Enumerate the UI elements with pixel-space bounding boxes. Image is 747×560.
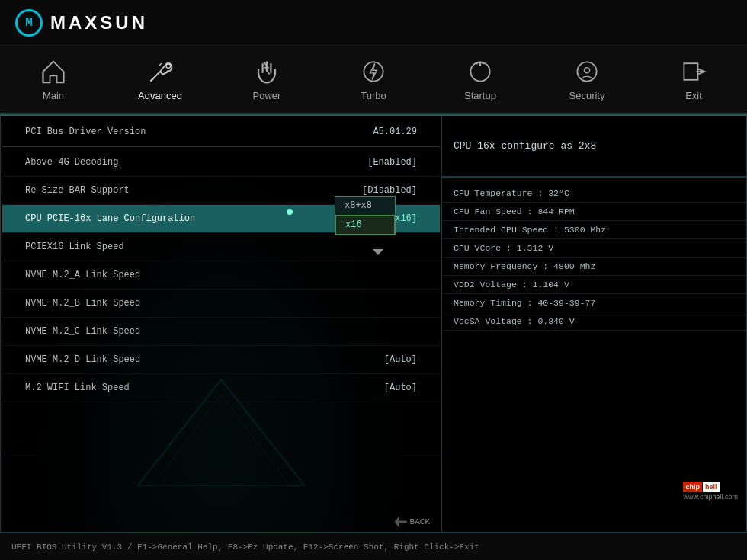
nav-item-power[interactable]: Power: [229, 52, 305, 107]
table-row[interactable]: M.2 WIFI Link Speed [Auto]: [2, 374, 440, 402]
row-value-nvme-m2c: [406, 328, 428, 335]
row-value-nvme-m2d: [Auto]: [373, 350, 428, 369]
hell-box: hell: [703, 482, 720, 492]
row-value-nvme-m2a: [406, 271, 428, 279]
stat-vdd2: VDD2 Voltage : 1.104 V: [442, 276, 746, 294]
menu-table: PCI Bus Driver Version A5.01.29 Above 4G…: [1, 116, 441, 404]
footer-text: UEFI BIOS Utility V1.3 / F1->General Hel…: [11, 542, 479, 552]
dropdown-popup[interactable]: x8+x8 x16: [335, 196, 396, 235]
stats-section: CPU Temperature : 32°C CPU Fan Speed : 8…: [442, 177, 746, 532]
power-icon: [253, 58, 281, 85]
dropdown-option-x16[interactable]: x16: [335, 215, 395, 235]
table-row[interactable]: Above 4G Decoding [Enabled]: [2, 149, 440, 177]
back-button[interactable]: BACK: [395, 516, 430, 528]
back-icon: [395, 516, 407, 528]
topbar: MAXSUN: [0, 0, 747, 46]
row-label-nvme-m2b: NVME M.2_B Link Speed: [14, 294, 152, 312]
startup-icon: [466, 58, 494, 85]
nav-item-turbo[interactable]: Turbo: [335, 52, 412, 107]
table-row: PCI Bus Driver Version A5.01.29: [2, 117, 440, 147]
nav-label-main: Main: [43, 90, 64, 101]
svg-point-7: [584, 67, 589, 72]
dropdown-selection-dot: [287, 209, 293, 215]
main-content: PCI Bus Driver Version A5.01.29 Above 4G…: [0, 114, 747, 533]
row-label-above4g: Above 4G Decoding: [14, 153, 130, 171]
stat-mem-freq: Memory Frequency : 4800 Mhz: [442, 258, 746, 276]
stat-cpu-temp: CPU Temperature : 32°C: [442, 184, 746, 203]
left-panel: PCI Bus Driver Version A5.01.29 Above 4G…: [0, 114, 442, 533]
svg-rect-8: [684, 63, 697, 80]
table-row[interactable]: NVME M.2_C Link Speed: [2, 318, 440, 346]
row-label-nvme-m2a: NVME M.2_A Link Speed: [14, 266, 152, 284]
table-row[interactable]: NVME M.2_A Link Speed: [2, 261, 440, 290]
row-label-m2-wifi: M.2 WIFI Link Speed: [14, 379, 141, 397]
brand-name: MAXSUN: [50, 12, 148, 34]
nav-label-advanced: Advanced: [138, 90, 182, 101]
row-label-nvme-m2d: NVME M.2_D Link Speed: [14, 350, 152, 369]
nav-label-exit: Exit: [685, 90, 702, 101]
row-value-nvme-m2b: [406, 299, 428, 307]
nav-label-turbo: Turbo: [361, 90, 386, 101]
table-row[interactable]: NVME M.2_B Link Speed: [2, 290, 440, 318]
nav-label-security: Security: [569, 90, 605, 101]
nav-item-advanced[interactable]: Advanced: [122, 52, 198, 107]
back-label: BACK: [410, 517, 430, 526]
chiphell-logo: chip hell www.chiphell.com: [683, 482, 738, 501]
nav-item-exit[interactable]: Exit: [656, 52, 732, 107]
bolt-icon: [360, 58, 387, 85]
chip-box: chip: [683, 482, 702, 492]
brand-logo: MAXSUN: [15, 9, 148, 37]
svg-point-3: [364, 62, 383, 81]
nav-item-main[interactable]: Main: [15, 52, 91, 107]
watermark-url: www.chiphell.com: [683, 493, 738, 501]
svg-point-2: [166, 64, 170, 68]
table-row[interactable]: PCIEX16 Link Speed: [2, 233, 440, 261]
row-label-pci-bus: PCI Bus Driver Version: [14, 122, 157, 142]
stat-cpu-fan: CPU Fan Speed : 844 RPM: [442, 203, 746, 221]
stat-mem-timing: Memory Timing : 40-39-39-77: [442, 294, 746, 312]
dropdown-option-x8x8[interactable]: x8+x8: [335, 197, 395, 215]
stat-cpu-speed: Intended CPU Speed : 5300 Mhz: [442, 221, 746, 239]
stat-vccsa: VccSA Voltage : 0.840 V: [442, 312, 746, 331]
logo-icon: [15, 9, 43, 37]
home-icon: [40, 58, 67, 85]
nav-bar: Main Advanced Power Turbo: [0, 46, 747, 114]
nav-label-startup: Startup: [464, 90, 496, 101]
row-label-pciex16: PCIEX16 Link Speed: [14, 238, 136, 256]
svg-marker-11: [152, 395, 289, 486]
svg-point-6: [577, 62, 596, 81]
info-title: CPU 16x configure as 2x8: [442, 116, 746, 177]
row-value-pciex16: [406, 243, 428, 251]
row-label-resize-bar: Re-Size BAR Support: [14, 181, 141, 200]
stat-cpu-vcore: CPU VCore : 1.312 V: [442, 239, 746, 258]
row-label-cpu-pcie: CPU PCIE-16x Lane Configuration: [14, 210, 207, 228]
right-panel: CPU 16x configure as 2x8 CPU Temperature…: [442, 114, 747, 533]
chiphell-boxes: chip hell: [683, 482, 738, 492]
row-value-pci-bus: A5.01.29: [361, 122, 428, 142]
nav-item-startup[interactable]: Startup: [442, 52, 518, 107]
row-value-m2-wifi: [Auto]: [373, 379, 428, 397]
row-value-above4g: [Enabled]: [356, 153, 428, 171]
exit-icon: [680, 58, 707, 85]
table-row[interactable]: NVME M.2_D Link Speed [Auto]: [2, 346, 440, 374]
nav-item-security[interactable]: Security: [549, 52, 625, 107]
footer: UEFI BIOS Utility V1.3 / F1->General Hel…: [0, 533, 747, 560]
row-label-nvme-m2c: NVME M.2_C Link Speed: [14, 322, 152, 341]
nav-label-power: Power: [253, 90, 281, 101]
tools-icon: [146, 58, 174, 85]
security-icon: [573, 58, 601, 85]
